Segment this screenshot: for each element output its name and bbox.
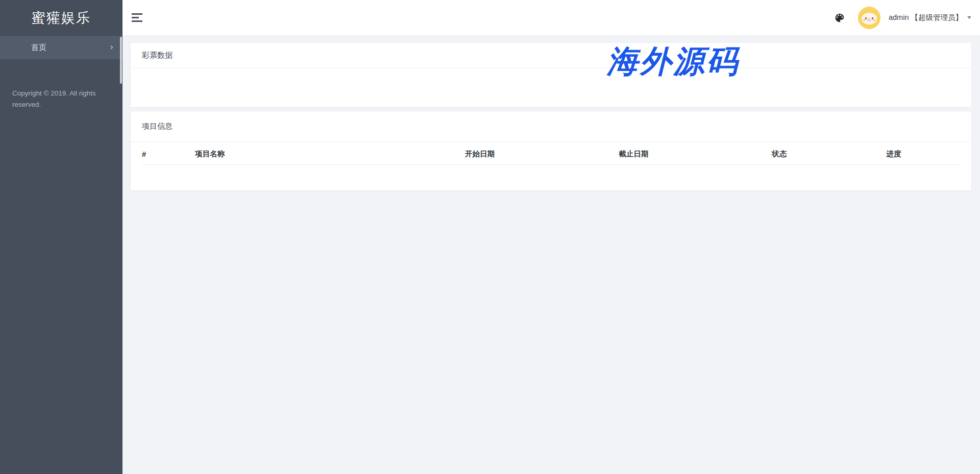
topbar-right: admin 【超级管理员】 — [834, 7, 971, 29]
sidebar: 蜜獾娱乐 首页 › Copyright © 2019. All rights r… — [0, 0, 122, 474]
caret-down-icon — [967, 16, 971, 19]
chevron-right-icon: › — [110, 43, 113, 52]
palette-icon[interactable] — [834, 12, 846, 24]
projects-table-wrap: # 项目名称 开始日期 截止日期 状态 进度 — [131, 142, 971, 191]
projects-panel: 项目信息 # 项目名称 开始日期 截止日期 — [131, 111, 971, 191]
col-header-progress: 进度 — [887, 142, 960, 165]
col-header-name: 项目名称 — [195, 142, 465, 165]
sidebar-menu: 首页 › — [0, 36, 122, 59]
sidebar-scrollbar[interactable] — [120, 37, 122, 84]
user-menu[interactable]: admin 【超级管理员】 — [889, 13, 971, 22]
col-header-status: 状态 — [772, 142, 886, 165]
app-root: 蜜獾娱乐 首页 › Copyright © 2019. All rights r… — [0, 0, 980, 474]
stats-section-title: 彩票数据 — [131, 43, 971, 68]
projects-table: # 项目名称 开始日期 截止日期 状态 进度 — [142, 142, 960, 165]
col-header-start: 开始日期 — [465, 142, 619, 165]
col-header-index: # — [142, 142, 195, 165]
topbar: admin 【超级管理员】 — [122, 0, 980, 36]
stat-cards — [131, 68, 971, 107]
col-header-end: 截止日期 — [619, 142, 772, 165]
projects-section-title: 项目信息 — [131, 111, 971, 142]
home-icon — [13, 42, 23, 53]
avatar[interactable] — [858, 7, 880, 29]
sidebar-item[interactable]: 首页 › — [0, 36, 122, 59]
menu-icon[interactable] — [132, 13, 143, 22]
copyright-text: Copyright © 2019. All rights reserved. — [0, 88, 122, 110]
user-label: admin 【超级管理员】 — [889, 13, 963, 22]
main-area: admin 【超级管理员】 彩票数据 项目信息 — [122, 0, 980, 474]
sidebar-item-label: 首页 — [31, 43, 110, 53]
content: 彩票数据 项目信息 # — [122, 36, 980, 474]
lottery-stats-panel: 彩票数据 — [131, 43, 971, 107]
brand-title: 蜜獾娱乐 — [0, 0, 122, 36]
